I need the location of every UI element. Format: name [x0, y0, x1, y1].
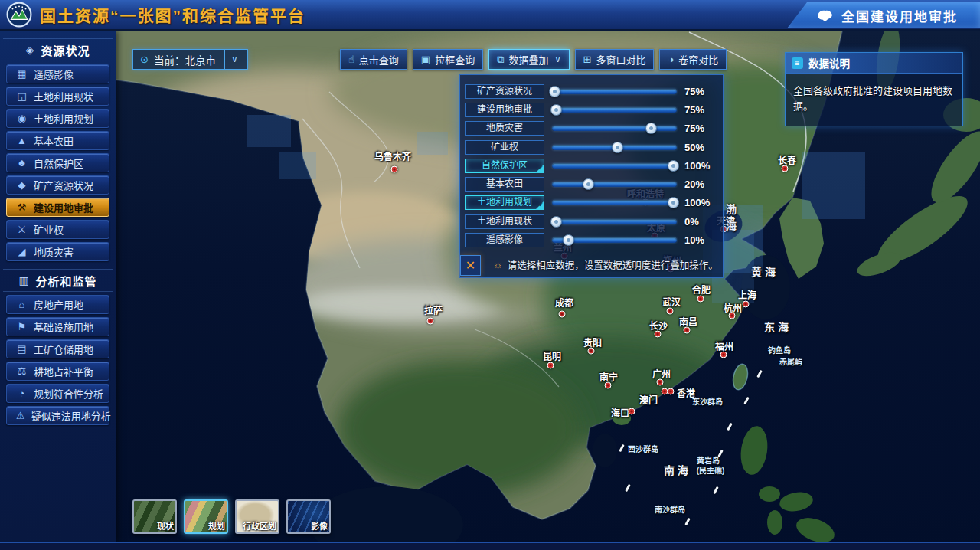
layer-toggle-label: 建设用地审批: [477, 104, 532, 115]
slider-track: [552, 89, 677, 94]
toolbar-buttons: ☝点击查询▣拉框查询⧉数据叠加∨⊞多窗口对比◑卷帘对比: [340, 49, 727, 70]
sidebar-item-plan-compliance[interactable]: ◔规划符合性分析: [6, 384, 109, 403]
basemap-thumb-plan[interactable]: 规划: [184, 499, 228, 534]
basemap-thumb-status[interactable]: 现状: [132, 499, 177, 534]
layers-panel-hint: 请选择相应数据，设置数据透明度进行叠加操作。: [508, 257, 718, 272]
toolbar-button-multi-window[interactable]: ⊞多窗口对比: [575, 49, 655, 70]
layer-row: 遥感影像10%: [460, 231, 723, 249]
toolbar-button-box-query[interactable]: ▣拉框查询: [413, 49, 483, 70]
layers-panel: 矿产资源状况75%建设用地审批75%地质灾害75%矿业权50%自然保护区✓100…: [459, 74, 724, 278]
layer-toggle-construction-approval[interactable]: 建设用地审批: [465, 103, 544, 117]
layer-opacity-slider-geo-hazard[interactable]: [552, 123, 677, 134]
sidebar-item-label: 耕地占补平衡: [34, 364, 93, 378]
layer-toggle-landuse-status[interactable]: 土地利用现状: [465, 214, 544, 229]
toolbar-button-label: 拉框查询: [435, 52, 475, 67]
basemap-thumb-label: 现状: [157, 519, 174, 532]
toolbar-button-swipe-compare[interactable]: ◑卷帘对比: [659, 49, 727, 70]
sidebar-item-basic-farmland[interactable]: ▲基本农田: [6, 131, 109, 150]
layer-toggle-basic-farmland[interactable]: 基本农田: [465, 177, 544, 192]
layer-opacity-value: 0%: [684, 216, 717, 228]
slider-handle[interactable]: [563, 234, 574, 246]
sidebar-item-farmland-balance[interactable]: ⚖耕地占补平衡: [6, 362, 109, 381]
layer-toggle-nature-reserve[interactable]: 自然保护区✓: [465, 159, 544, 173]
sidebar-item-label: 遥感影像: [34, 67, 74, 81]
layer-toggle-landuse-plan[interactable]: 土地利用规划✓: [465, 195, 544, 210]
layers-panel-footer: ✕ ☼ 请选择相应数据，设置数据透明度进行叠加操作。: [460, 251, 723, 277]
slider-handle[interactable]: [612, 142, 623, 153]
slider-handle[interactable]: [583, 178, 594, 190]
chevron-down-icon[interactable]: ∨: [224, 50, 244, 69]
slider-track: [552, 182, 677, 187]
pickaxe-icon: ⚔: [16, 224, 28, 235]
building-icon: ⌂: [16, 299, 28, 310]
toolbar-button-label: 卷帘对比: [678, 52, 718, 67]
layer-opacity-slider-landuse-plan[interactable]: [552, 197, 677, 208]
emblem-mountain-logo: [6, 2, 32, 28]
sidebar-item-label: 基础设施用地: [34, 319, 93, 334]
sidebar-item-remote-sensing[interactable]: ▦遥感影像: [6, 64, 109, 83]
sidebar-section-header: ◈资源状况: [3, 38, 113, 61]
close-button[interactable]: ✕: [460, 255, 481, 276]
china-map-icon: [815, 9, 834, 22]
layer-opacity-slider-landuse-status[interactable]: [552, 216, 677, 228]
sidebar-item-landuse-plan[interactable]: ◉土地利用规划: [6, 109, 109, 128]
toolbar: ⊙ 当前：北京市 ∨ ☝点击查询▣拉框查询⧉数据叠加∨⊞多窗口对比◑卷帘对比: [132, 49, 727, 70]
balance-icon: ⚖: [16, 365, 28, 377]
sidebar-item-mineral-status[interactable]: ◆矿产资源状况: [6, 175, 109, 195]
layer-toggle-mineral-status[interactable]: 矿产资源状况: [465, 84, 544, 99]
sidebar-item-geo-hazard[interactable]: ◢地质灾害: [6, 242, 109, 261]
layer-opacity-slider-construction-approval[interactable]: [552, 104, 677, 116]
sidebar-item-label: 矿产资源状况: [34, 178, 93, 192]
layer-opacity-slider-remote-sensing[interactable]: [552, 234, 677, 246]
slider-handle[interactable]: [668, 160, 679, 172]
sidebar-item-mining-rights[interactable]: ⚔矿业权: [6, 220, 109, 239]
layer-toggle-geo-hazard[interactable]: 地质灾害: [465, 121, 544, 136]
mineral-icon: ◆: [16, 179, 28, 191]
region-selector[interactable]: ⊙ 当前：北京市 ∨: [132, 49, 248, 70]
sidebar-item-infrastructure[interactable]: ⚑基础设施用地: [6, 317, 109, 336]
layer-opacity-slider-basic-farmland[interactable]: [552, 178, 677, 190]
toolbar-button-data-overlay[interactable]: ⧉数据叠加∨: [488, 49, 569, 70]
sidebar-item-label: 地质灾害: [34, 244, 74, 259]
layer-row: 建设用地审批75%: [460, 100, 723, 119]
layer-toggle-label: 土地利用现状: [477, 216, 532, 227]
module-badge: 全国建设用地审批: [787, 2, 980, 28]
check-icon: ✓: [538, 162, 544, 175]
sidebar-item-construction-approval[interactable]: ⚒建设用地审批: [6, 198, 109, 217]
slider-handle[interactable]: [645, 123, 657, 134]
sidebar-item-nature-reserve[interactable]: ♣自然保护区: [6, 153, 109, 172]
sidebar-item-real-estate[interactable]: ⌂房地产用地: [6, 295, 109, 314]
slider-handle[interactable]: [550, 104, 562, 116]
layer-opacity-slider-nature-reserve[interactable]: [552, 160, 677, 172]
sidebar-item-landuse-status[interactable]: ◱土地利用现状: [6, 87, 109, 106]
sidebar-item-illegal-landuse[interactable]: ⚠疑似违法用地分析: [6, 406, 109, 425]
layer-opacity-slider-mining-rights[interactable]: [552, 142, 677, 153]
layer-row: 矿产资源状况75%: [460, 82, 723, 100]
layer-toggle-mining-rights[interactable]: 矿业权: [465, 140, 544, 155]
layer-opacity-slider-mineral-status[interactable]: [552, 86, 677, 97]
basemap-thumb-admin-divisions[interactable]: 行政区划: [235, 499, 279, 534]
layer-opacity-value: 10%: [684, 234, 717, 246]
layer-toggle-label: 自然保护区: [482, 160, 528, 171]
layer-opacity-value: 75%: [684, 123, 717, 134]
bottom-bar: [0, 542, 980, 550]
layer-opacity-value: 20%: [684, 178, 717, 190]
toolbar-button-click-query[interactable]: ☝点击查询: [340, 49, 407, 70]
slider-handle[interactable]: [549, 86, 560, 97]
basemap-thumb-imagery[interactable]: 影像: [286, 499, 331, 534]
sidebar-item-label: 自然保护区: [34, 156, 83, 170]
sidebar: ◈资源状况▦遥感影像◱土地利用现状◉土地利用规划▲基本农田♣自然保护区◆矿产资源…: [0, 31, 116, 542]
layer-toggle-remote-sensing[interactable]: 遥感影像: [465, 233, 544, 247]
data-note-panel: ≡ 数据说明 全国各级政府批准的建设项目用地数据。: [785, 52, 963, 126]
sidebar-item-industrial-storage[interactable]: ▤工矿仓储用地: [6, 339, 109, 358]
box-select-icon: ▣: [421, 54, 430, 65]
sidebar-item-label: 疑似违法用地分析: [31, 408, 111, 423]
layer-opacity-value: 75%: [684, 86, 717, 97]
sidebar-item-label: 土地利用规划: [34, 111, 93, 126]
slider-handle[interactable]: [668, 197, 679, 208]
slider-handle[interactable]: [550, 216, 562, 228]
image-icon: ▦: [16, 68, 28, 80]
layer-opacity-value: 50%: [684, 142, 717, 153]
layer-opacity-value: 100%: [684, 197, 717, 208]
pin-icon: ◉: [16, 113, 28, 124]
